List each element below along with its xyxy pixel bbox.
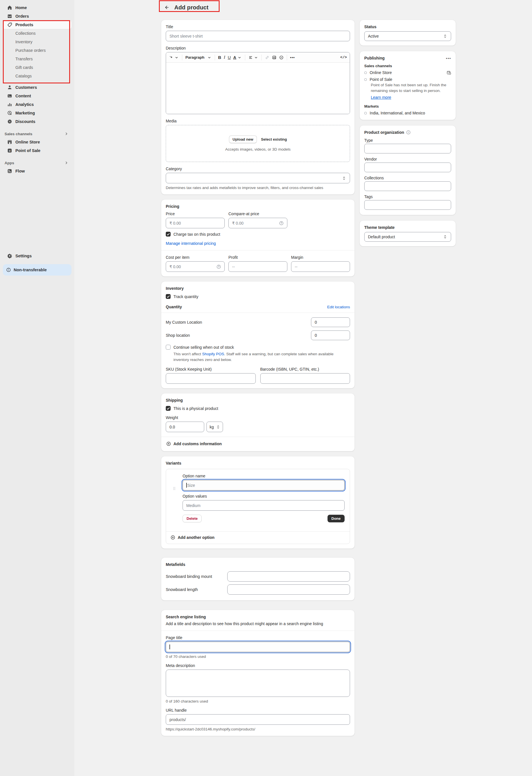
option-name-input[interactable]: Size: [183, 480, 345, 491]
learn-more-link[interactable]: Learn more: [371, 95, 391, 100]
profit-input[interactable]: --: [228, 261, 287, 272]
underline-button[interactable]: U: [228, 55, 231, 60]
insert-image-icon[interactable]: [272, 55, 277, 60]
shopify-pos-link[interactable]: Shopify POS: [202, 352, 224, 356]
add-customs-button[interactable]: Add customs information: [166, 441, 350, 447]
sidebar-item-online-store[interactable]: Online Store: [3, 138, 71, 146]
status-select[interactable]: Active: [364, 31, 451, 41]
sidebar-item-point-of-sale[interactable]: S Point of Sale: [3, 146, 71, 155]
continue-selling-checkbox[interactable]: [166, 345, 171, 350]
bold-button[interactable]: B: [218, 55, 221, 60]
metafields-heading: Metafields: [166, 562, 350, 567]
select-existing-button[interactable]: Select existing: [261, 137, 287, 142]
category-select[interactable]: [166, 173, 350, 183]
publishing-more-button[interactable]: •••: [446, 56, 451, 60]
sidebar-item-marketing[interactable]: Marketing: [3, 109, 71, 117]
main-content: Add product Title Short sleeve t-shirt D…: [74, 0, 532, 736]
weight-input[interactable]: 0.0: [166, 422, 204, 432]
theme-template-select[interactable]: Default product: [364, 232, 451, 242]
quantity-input-shop-location[interactable]: 0: [311, 331, 350, 340]
edit-locations-link[interactable]: Edit locations: [327, 305, 350, 309]
delete-option-button[interactable]: Delete: [183, 515, 202, 522]
compare-at-price-label: Compare-at price: [228, 211, 287, 216]
physical-product-checkbox[interactable]: [166, 406, 171, 411]
italic-button[interactable]: I: [224, 55, 225, 60]
storefront-icon: [7, 139, 13, 145]
sidebar-item-customers[interactable]: Customers: [3, 83, 71, 92]
non-transferable-banner[interactable]: Non-transferable: [3, 264, 71, 275]
sales-channels-header[interactable]: Sales channels: [3, 130, 71, 138]
sidebar-item-orders[interactable]: Orders: [3, 12, 71, 20]
continue-selling-label: Continue selling when out of stock: [173, 345, 234, 350]
text-color-button[interactable]: A: [233, 55, 241, 60]
cost-per-item-input[interactable]: ₹ 0.00: [166, 261, 225, 272]
option-value-input[interactable]: Medium: [183, 500, 345, 511]
channel-bullet: [364, 78, 367, 81]
metafield-input-length[interactable]: [227, 584, 350, 595]
charge-tax-checkbox[interactable]: [166, 232, 171, 236]
sidebar-item-collections[interactable]: Collections: [3, 29, 71, 38]
sku-input[interactable]: [166, 373, 256, 384]
metafield-input-binding-mount[interactable]: [227, 571, 350, 582]
description-label: Description: [166, 46, 350, 50]
sidebar-item-products[interactable]: Products: [3, 20, 71, 29]
page-title-input[interactable]: [166, 642, 350, 652]
sidebar-item-purchase-orders[interactable]: Purchase orders: [3, 46, 71, 55]
upload-new-button[interactable]: Upload new: [229, 136, 257, 143]
media-dropzone[interactable]: Upload new Select existing Accepts image…: [166, 125, 350, 162]
alignment-dropdown[interactable]: [248, 55, 258, 60]
collections-input[interactable]: [364, 181, 451, 191]
sidebar: Home Orders Products Collections Invento…: [0, 0, 74, 776]
sidebar-item-content[interactable]: Content: [3, 92, 71, 100]
sidebar-item-home[interactable]: Home: [3, 3, 71, 12]
sidebar-item-catalogs[interactable]: Catalogs: [3, 72, 71, 80]
publishing-card: Publishing ••• Sales channels Online Sto…: [360, 51, 456, 120]
drag-handle[interactable]: [166, 474, 183, 522]
apps-header[interactable]: Apps: [3, 159, 71, 167]
sidebar-item-settings[interactable]: Settings: [3, 252, 71, 260]
physical-product-row: This is a physical product: [166, 406, 350, 411]
manage-international-pricing-link[interactable]: Manage international pricing: [166, 241, 216, 246]
tags-input[interactable]: [364, 200, 451, 210]
margin-input[interactable]: --: [291, 261, 350, 272]
compare-at-price-input[interactable]: ₹ 0.00: [228, 218, 287, 228]
calendar-clock-icon[interactable]: [447, 70, 451, 75]
back-button[interactable]: [163, 3, 171, 11]
insert-video-icon[interactable]: [279, 55, 284, 60]
discount-icon: [7, 119, 13, 125]
paragraph-style-dropdown[interactable]: Paragraph: [185, 55, 212, 60]
weight-unit-select[interactable]: kg: [206, 422, 223, 432]
code-view-button[interactable]: </>: [340, 55, 347, 59]
quantity-input-custom-location[interactable]: 0: [311, 318, 350, 327]
location-name: My Custom Location: [166, 320, 202, 325]
description-textarea[interactable]: [166, 63, 350, 114]
price-input[interactable]: ₹ 0.00: [166, 218, 225, 228]
sidebar-item-transfers[interactable]: Transfers: [3, 55, 71, 63]
variants-heading: Variants: [166, 461, 350, 465]
title-input[interactable]: Short sleeve t-shirt: [166, 31, 350, 41]
track-quantity-checkbox[interactable]: [166, 294, 171, 299]
sidebar-item-discounts[interactable]: Discounts: [3, 117, 71, 126]
ai-magic-icon[interactable]: [169, 55, 179, 60]
sku-label: SKU (Stock Keeping Unit): [166, 367, 256, 372]
quantity-heading: Quantity: [166, 305, 182, 309]
vendor-input[interactable]: [364, 163, 451, 172]
sidebar-item-analytics[interactable]: Analytics: [3, 100, 71, 109]
info-icon: [6, 267, 11, 272]
tags-label: Tags: [364, 194, 451, 199]
pos-note: Point of Sale has not been set up. Finis…: [371, 82, 451, 93]
shipping-card: Shipping This is a physical product Weig…: [161, 393, 355, 451]
type-input[interactable]: [364, 144, 451, 154]
add-another-option-button[interactable]: Add another option: [166, 532, 350, 544]
media-label: Media: [166, 119, 350, 123]
barcode-input[interactable]: [260, 373, 350, 384]
sidebar-item-inventory[interactable]: Inventory: [3, 38, 71, 46]
url-handle-input[interactable]: products/: [166, 714, 350, 725]
sidebar-item-flow[interactable]: Flow: [3, 167, 71, 175]
meta-description-textarea[interactable]: [166, 669, 350, 697]
link-icon[interactable]: [265, 55, 270, 60]
sidebar-item-gift-cards[interactable]: Gift cards: [3, 63, 71, 72]
done-button[interactable]: Done: [328, 515, 345, 522]
plus-circle-icon: [171, 535, 175, 540]
more-formatting-button[interactable]: •••: [290, 55, 295, 59]
